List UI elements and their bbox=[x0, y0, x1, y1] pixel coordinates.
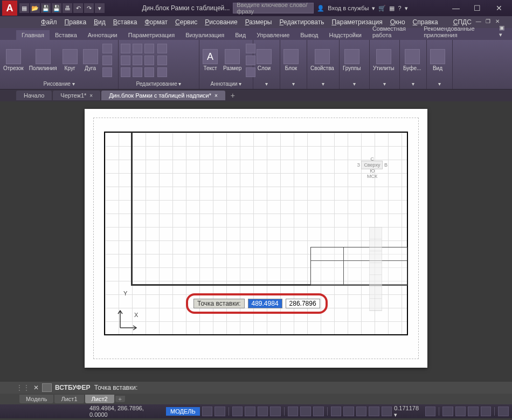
doc-tab[interactable]: Чертеж1*× bbox=[53, 91, 100, 100]
clip-button[interactable]: Буфе... bbox=[402, 48, 422, 72]
new-icon[interactable]: ▦ bbox=[19, 3, 29, 13]
utils-button[interactable]: Утилиты bbox=[372, 48, 396, 72]
close-cmd-icon[interactable]: ✕ bbox=[33, 384, 39, 391]
menu-format[interactable]: Формат bbox=[141, 18, 171, 26]
search-input[interactable]: Введите ключевое слово/фразу bbox=[233, 3, 314, 13]
nav-bar[interactable] bbox=[369, 227, 382, 311]
stretch-icon[interactable] bbox=[121, 67, 130, 77]
help-icon[interactable]: ? bbox=[398, 5, 401, 11]
minimize-button[interactable]: — bbox=[445, 0, 467, 16]
fillet-icon[interactable] bbox=[144, 56, 154, 65]
doc-tab[interactable]: Дин.блок Рамки с таблицей надписи*× bbox=[101, 91, 225, 100]
open-icon[interactable]: 📂 bbox=[30, 3, 40, 13]
menu-insert[interactable]: Вставка bbox=[110, 18, 141, 26]
doc-tab[interactable]: Начало bbox=[16, 91, 52, 100]
arc-button[interactable]: Дуга bbox=[82, 48, 99, 72]
hw-accel-icon[interactable] bbox=[468, 407, 479, 416]
command-line[interactable]: ⋮⋮ ✕ ВСТБУФЕР Точка вставки: bbox=[0, 382, 512, 394]
block-button[interactable]: Блок bbox=[282, 48, 300, 72]
layout-tab-model[interactable]: Модель bbox=[19, 395, 53, 403]
ortho-icon[interactable] bbox=[232, 407, 243, 416]
plot-icon[interactable]: 🖶 bbox=[63, 3, 72, 13]
ribbon-tab-extra[interactable]: ▣ ▾ bbox=[494, 23, 512, 40]
ribbon-tab-insert[interactable]: Вставка bbox=[50, 30, 82, 40]
draw-small-icon[interactable] bbox=[102, 56, 112, 65]
menu-draw[interactable]: Рисование bbox=[202, 18, 240, 26]
annovis-icon[interactable] bbox=[369, 407, 379, 416]
menu-file[interactable]: Файл bbox=[38, 18, 60, 26]
menu-edit[interactable]: Правка bbox=[61, 18, 90, 26]
ribbon-tab-collab[interactable]: Совместная работа bbox=[367, 24, 418, 40]
polar-icon[interactable] bbox=[245, 407, 255, 416]
redo-icon[interactable]: ↷ bbox=[84, 3, 94, 13]
menu-tools[interactable]: Сервис bbox=[172, 18, 200, 26]
saveas-icon[interactable]: 💾 bbox=[52, 3, 61, 13]
qp-icon[interactable] bbox=[343, 407, 354, 416]
modify-small-icon[interactable] bbox=[157, 44, 167, 53]
scale-icon[interactable] bbox=[133, 67, 142, 77]
panel-modify-title[interactable]: Редактирование ▾ bbox=[121, 79, 197, 88]
dyn-x-input[interactable]: 489.4984 bbox=[248, 299, 282, 308]
add-tab-button[interactable]: + bbox=[226, 91, 239, 100]
modify-small-icon[interactable] bbox=[157, 56, 167, 65]
menu-dims[interactable]: Размеры bbox=[242, 18, 275, 26]
app-logo[interactable]: A bbox=[2, 1, 17, 16]
app-switch-icon[interactable]: ▦ bbox=[389, 5, 395, 12]
qat-more-icon[interactable]: ▾ bbox=[95, 3, 105, 13]
undo-icon[interactable]: ↶ bbox=[73, 3, 83, 13]
panel-draw-title[interactable]: Рисование ▾ bbox=[2, 79, 116, 88]
ws-icon[interactable] bbox=[425, 407, 436, 416]
isolate-icon[interactable] bbox=[455, 407, 466, 416]
layout-tab[interactable]: Лист1 bbox=[54, 395, 84, 403]
menu-modify[interactable]: Редактировать bbox=[276, 18, 328, 26]
text-button[interactable]: AТекст bbox=[202, 48, 219, 72]
add-layout-button[interactable]: + bbox=[115, 396, 125, 402]
copy-icon[interactable] bbox=[121, 56, 130, 65]
layout-tab[interactable]: Лист2 bbox=[85, 395, 114, 403]
draw-small-icon[interactable] bbox=[102, 44, 112, 53]
annoauto-icon[interactable] bbox=[382, 407, 392, 416]
ribbon-tab-addins[interactable]: Надстройки bbox=[324, 30, 367, 40]
polyline-button[interactable]: Полилиния bbox=[28, 48, 58, 72]
ribbon-tab-annot[interactable]: Аннотации bbox=[82, 30, 123, 40]
ribbon-tab-output[interactable]: Вывод bbox=[295, 30, 323, 40]
model-space-button[interactable]: МОДЕЛЬ bbox=[166, 407, 200, 416]
iso-icon[interactable] bbox=[258, 407, 268, 416]
menu-view[interactable]: Вид bbox=[91, 18, 109, 26]
layers-button[interactable]: Слои bbox=[255, 48, 273, 72]
move-icon[interactable] bbox=[121, 44, 130, 53]
grip-icon[interactable]: ⋮⋮ bbox=[16, 384, 30, 391]
ribbon-tab-visual[interactable]: Визуализация bbox=[180, 30, 230, 40]
signin-label[interactable]: Вход в службы bbox=[328, 5, 369, 11]
view-button[interactable]: Вид bbox=[429, 48, 446, 72]
ribbon-tab-manage[interactable]: Управление bbox=[251, 30, 295, 40]
modify-small-icon[interactable] bbox=[157, 67, 167, 77]
trim-icon[interactable] bbox=[144, 44, 154, 53]
ribbon-tab-view[interactable]: Вид bbox=[230, 30, 251, 40]
lwt-icon[interactable] bbox=[300, 407, 311, 416]
props-button[interactable]: Свойства bbox=[309, 48, 335, 72]
annoscale-icon[interactable] bbox=[356, 407, 367, 416]
transparency-icon[interactable] bbox=[313, 407, 324, 416]
close-button[interactable]: ✕ bbox=[488, 0, 510, 16]
groups-button[interactable]: Группы bbox=[342, 48, 362, 72]
otrack-icon[interactable] bbox=[288, 407, 299, 416]
maximize-button[interactable]: ☐ bbox=[467, 0, 488, 16]
signin-icon[interactable]: 👤 bbox=[317, 5, 324, 12]
ribbon-tab-home[interactable]: Главная bbox=[16, 30, 50, 40]
array-icon[interactable] bbox=[144, 67, 154, 77]
clean-screen-icon[interactable] bbox=[481, 407, 492, 416]
grid-toggle-icon[interactable] bbox=[202, 407, 213, 416]
close-icon[interactable]: × bbox=[215, 93, 218, 99]
lock-icon[interactable] bbox=[442, 407, 453, 416]
rotate-icon[interactable] bbox=[133, 44, 142, 53]
ribbon-tab-featured[interactable]: Рекомендованные приложения bbox=[418, 24, 494, 40]
drawing-area[interactable]: С З Сверху В Ю МСК YX Точка вставки: 489… bbox=[0, 101, 512, 382]
cmd-history-icon[interactable] bbox=[42, 383, 52, 392]
save-icon[interactable]: 💾 bbox=[41, 3, 51, 13]
cart-icon[interactable]: 🛒 bbox=[378, 5, 386, 12]
panel-annot-title[interactable]: Аннотации ▾ bbox=[202, 79, 251, 88]
circle-button[interactable]: Круг bbox=[61, 48, 79, 72]
close-icon[interactable]: × bbox=[89, 93, 93, 99]
view-cube[interactable]: С З Сверху В Ю МСК bbox=[357, 156, 388, 180]
